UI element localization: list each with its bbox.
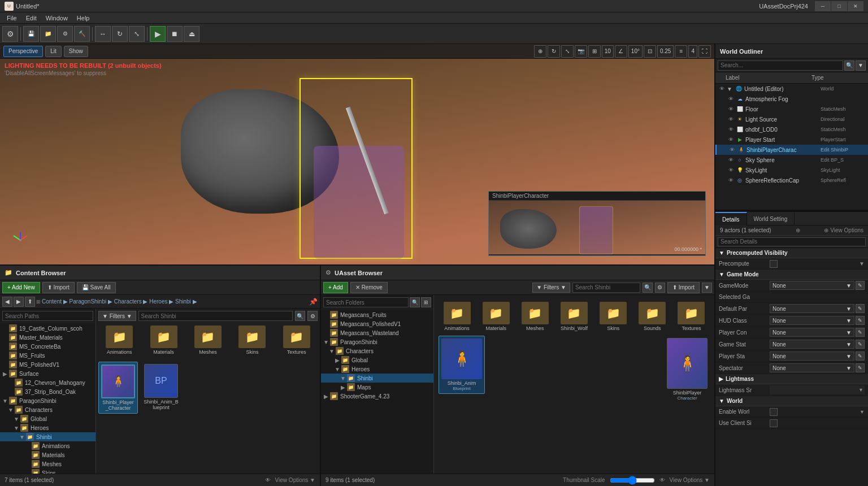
ub-folder-toggle[interactable]: ⊞ — [421, 297, 431, 307]
dp-tab-worldsetting[interactable]: World Setting — [747, 212, 795, 225]
tree-item-skins[interactable]: 📁Skins — [0, 468, 96, 474]
vp-icon-translate[interactable]: ⊕ — [534, 45, 546, 58]
ub-tree-megascans-polished[interactable]: 📁Megascans_PolishedV1 — [321, 319, 433, 328]
ub-tree-heroes[interactable]: ▼📁Heroes — [321, 364, 433, 374]
wo-item-atmospheric[interactable]: 👁 ☁ Atmospheric Fog — [715, 94, 868, 104]
ub-tree-maps[interactable]: ▶📁Maps — [321, 383, 433, 392]
visibility-icon-player[interactable]: 👁 — [727, 136, 735, 144]
ub-more-btn[interactable]: ▼ — [702, 283, 712, 293]
dp-defaultpar-edit[interactable]: ✎ — [856, 304, 865, 313]
visibility-icon-sphere[interactable]: 👁 — [727, 176, 735, 184]
dp-section-header-gamemode[interactable]: ▼ Game Mode — [715, 270, 868, 280]
tree-item-global[interactable]: ▼📁Global — [0, 414, 96, 423]
vp-layer-num[interactable]: 4 — [688, 45, 697, 58]
dp-gamemode-edit[interactable]: ✎ — [856, 281, 865, 290]
save-button[interactable]: 💾 — [23, 26, 39, 42]
perspective-button[interactable]: Perspective — [3, 46, 43, 57]
filters-button[interactable]: ▼ Filters ▼ — [98, 311, 136, 321]
vp-icon-angle[interactable]: ∠ — [615, 45, 627, 58]
ub-tree-megascans-wasteland[interactable]: 📁Megascans_Wasteland — [321, 328, 433, 337]
wo-search-btn[interactable]: 🔍 — [844, 60, 854, 71]
dp-select-gamemode[interactable]: None▼ — [770, 281, 854, 290]
tree-item-animations[interactable]: 📁Animations — [0, 441, 96, 450]
dp-select-playercon[interactable]: None▼ — [770, 328, 854, 337]
vp-icon-snap[interactable]: ⊡ — [644, 45, 656, 58]
ub-filters-button[interactable]: ▼ Filters ▼ — [532, 283, 570, 293]
restore-button[interactable]: □ — [831, 1, 847, 11]
content-button[interactable]: 📁 — [40, 26, 56, 42]
vp-icon-camera[interactable]: 📷 — [575, 45, 587, 58]
menu-edit[interactable]: Edit — [21, 12, 41, 24]
dp-tab-details[interactable]: Details — [715, 212, 747, 225]
lit-button[interactable]: Lit — [45, 46, 62, 57]
dp-hudclass-edit[interactable]: ✎ — [856, 316, 865, 325]
show-button[interactable]: Show — [64, 46, 88, 57]
visibility-icon-atm[interactable]: 👁 — [727, 95, 735, 103]
eject-button[interactable]: ⏏ — [184, 26, 199, 42]
tree-item-materials[interactable]: 📁Materials — [0, 450, 96, 459]
cb-folder-skins[interactable]: 📁 Skins — [231, 323, 273, 357]
dp-gamestat-edit[interactable]: ✎ — [856, 340, 865, 349]
transform-translate[interactable]: ↔ — [95, 26, 111, 42]
tree-item-heroes[interactable]: ▼📁Heroes — [0, 423, 96, 432]
wo-item-ohdbf[interactable]: 👁 ⬜ ohdbf_LOD0 StaticMesh — [715, 124, 868, 134]
dp-select-gamestat[interactable]: None▼ — [770, 340, 854, 349]
cb-nav-up[interactable]: ⬆ — [25, 297, 35, 307]
cb-asset-shinbi-player[interactable]: 🧍 Shinbi_Player_Character — [98, 362, 138, 414]
cb-asset-shinbi-anim[interactable]: BP Shinbi_Anim_Blueprint — [141, 362, 181, 414]
ub-folder-materials[interactable]: 📁 Materials — [478, 300, 514, 333]
cb-folder-meshes[interactable]: 📁 Meshes — [187, 323, 229, 357]
dp-field-enableworl-check[interactable] — [770, 408, 778, 416]
wo-search-input[interactable] — [718, 60, 843, 71]
cb-settings-btn[interactable]: ⚙ — [307, 311, 318, 321]
tree-item-surface[interactable]: ▶📁Surface — [0, 369, 96, 378]
dp-section-header-lightmass[interactable]: ▶ Lightmass — [715, 374, 868, 384]
dp-playercon-edit[interactable]: ✎ — [856, 328, 865, 337]
ub-view-options[interactable]: View Options ▼ — [670, 477, 710, 483]
wo-item-floor[interactable]: 👁 ⬜ Floor StaticMesh — [715, 104, 868, 114]
dp-section-header-world[interactable]: ▼ World — [715, 396, 868, 406]
tree-item-19castle[interactable]: 📁19_Castle_Column_scoh — [0, 324, 96, 333]
wo-item-skysphere[interactable]: 👁 ○ Sky Sphere Edit BP_S — [715, 155, 868, 165]
play-button[interactable]: ▶ — [150, 26, 166, 42]
cb-search-input[interactable] — [2, 311, 93, 321]
ub-tree-characters[interactable]: ▼📁Characters — [321, 346, 433, 355]
cb-nav-back[interactable]: ◀ — [2, 297, 12, 307]
vp-icon-rotate[interactable]: ↻ — [548, 45, 560, 58]
stop-button[interactable]: ⏹ — [167, 26, 183, 42]
settings-button[interactable]: ⚙ — [57, 26, 73, 42]
wo-item-lightsource[interactable]: 👁 ☀ Light Source Directional — [715, 114, 868, 124]
cb-view-options[interactable]: View Options ▼ — [275, 477, 315, 483]
wo-item-spherereflection[interactable]: 👁 ◎ SphereReflectionCap SphereRefl — [715, 175, 868, 185]
tree-item-mastermats[interactable]: 📁Master_Materials — [0, 333, 96, 342]
dp-field-precompute-check[interactable] — [770, 260, 778, 268]
cb-folder-animations[interactable]: 📁 Animations — [98, 323, 140, 357]
tree-item-paragonshinbi[interactable]: ▼📁ParagonShinbi — [0, 396, 96, 405]
vp-icon-grid[interactable]: ⊞ — [588, 45, 601, 58]
ub-settings-btn[interactable]: ⚙ — [655, 283, 665, 293]
dp-select-playersta[interactable]: None▼ — [770, 352, 854, 361]
visibility-icon-sky[interactable]: 👁 — [727, 156, 735, 164]
visibility-icon-untitled[interactable]: 👁 — [718, 85, 726, 93]
ub-search-input[interactable] — [572, 283, 640, 293]
vp-angle-size[interactable]: 10° — [628, 45, 643, 58]
wo-settings-btn[interactable]: ▼ — [856, 60, 866, 71]
cb-folder-materials[interactable]: 📁 Materials — [142, 323, 184, 357]
add-new-button[interactable]: + Add New — [2, 282, 40, 293]
vp-grid-size[interactable]: 10 — [602, 45, 614, 58]
ub-search-btn[interactable]: 🔍 — [643, 283, 653, 293]
ub-folder-meshes[interactable]: 📁 Meshes — [517, 300, 553, 333]
tree-item-characters[interactable]: ▼📁Characters — [0, 405, 96, 414]
menu-help[interactable]: Help — [72, 12, 94, 24]
ub-folder-skins[interactable]: 📁 Skins — [595, 300, 632, 333]
dp-select-defaultpar[interactable]: None▼ — [770, 304, 854, 313]
tree-item-meshes[interactable]: 📁Meshes — [0, 459, 96, 468]
cb-search-btn[interactable]: 🔍 — [295, 311, 305, 321]
ub-tree-shootergame[interactable]: ▶📁ShooterGame_4.23 — [321, 392, 433, 401]
mode-button[interactable]: ⚙ — [2, 26, 18, 42]
vp-icon-maximize[interactable]: ⛶ — [698, 45, 711, 58]
menu-file[interactable]: File — [2, 12, 21, 24]
ub-tree-shinbi[interactable]: ▼📁Shinbi — [321, 374, 433, 383]
tree-item-msfruits[interactable]: 📁MS_Fruits — [0, 351, 96, 360]
thumbnail-scale-slider[interactable] — [610, 477, 655, 484]
